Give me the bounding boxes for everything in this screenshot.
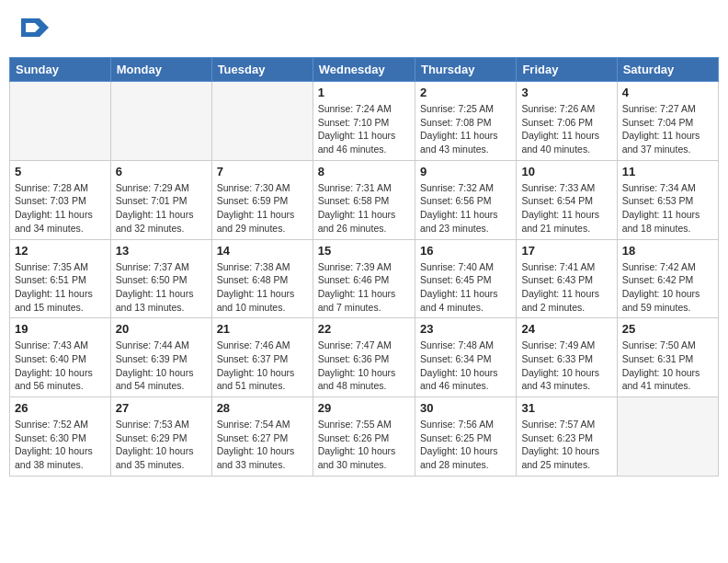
day-number: 13 <box>116 244 207 258</box>
calendar-cell: 3Sunrise: 7:26 AM Sunset: 7:06 PM Daylig… <box>517 82 617 161</box>
calendar-cell: 9Sunrise: 7:32 AM Sunset: 6:56 PM Daylig… <box>415 160 516 239</box>
day-info: Sunrise: 7:35 AM Sunset: 6:51 PM Dayligh… <box>15 260 106 315</box>
day-number: 19 <box>15 322 106 336</box>
day-number: 21 <box>217 322 308 336</box>
day-info: Sunrise: 7:44 AM Sunset: 6:39 PM Dayligh… <box>116 339 207 393</box>
day-info: Sunrise: 7:53 AM Sunset: 6:29 PM Dayligh… <box>116 418 207 472</box>
calendar-cell: 4Sunrise: 7:27 AM Sunset: 7:04 PM Daylig… <box>617 82 718 161</box>
day-number: 11 <box>622 165 713 178</box>
calendar-cell: 27Sunrise: 7:53 AM Sunset: 6:29 PM Dayli… <box>110 397 211 477</box>
calendar-week-row: 19Sunrise: 7:43 AM Sunset: 6:40 PM Dayli… <box>10 318 719 397</box>
day-info: Sunrise: 7:50 AM Sunset: 6:31 PM Dayligh… <box>622 339 713 393</box>
day-number: 1 <box>318 86 410 99</box>
day-number: 3 <box>521 86 611 99</box>
calendar-cell: 2Sunrise: 7:25 AM Sunset: 7:08 PM Daylig… <box>415 82 516 161</box>
day-number: 23 <box>420 322 511 336</box>
day-info: Sunrise: 7:52 AM Sunset: 6:30 PM Dayligh… <box>15 418 106 472</box>
day-info: Sunrise: 7:55 AM Sunset: 6:26 PM Dayligh… <box>318 418 410 472</box>
day-info: Sunrise: 7:39 AM Sunset: 6:46 PM Dayligh… <box>318 260 410 315</box>
day-number: 28 <box>217 401 308 415</box>
day-info: Sunrise: 7:37 AM Sunset: 6:50 PM Dayligh… <box>116 260 207 315</box>
day-info: Sunrise: 7:25 AM Sunset: 7:08 PM Dayligh… <box>420 102 511 156</box>
calendar-cell: 17Sunrise: 7:41 AM Sunset: 6:43 PM Dayli… <box>517 239 617 318</box>
day-number: 17 <box>521 244 611 258</box>
day-number: 18 <box>622 244 713 258</box>
day-info: Sunrise: 7:49 AM Sunset: 6:33 PM Dayligh… <box>521 339 611 393</box>
calendar-cell: 15Sunrise: 7:39 AM Sunset: 6:46 PM Dayli… <box>313 239 415 318</box>
day-number: 2 <box>420 86 511 99</box>
calendar-cell: 31Sunrise: 7:57 AM Sunset: 6:23 PM Dayli… <box>517 397 617 477</box>
day-number: 26 <box>15 401 106 415</box>
weekday-header-wednesday: Wednesday <box>313 58 415 82</box>
calendar-cell: 19Sunrise: 7:43 AM Sunset: 6:40 PM Dayli… <box>10 318 111 397</box>
calendar-cell: 10Sunrise: 7:33 AM Sunset: 6:54 PM Dayli… <box>517 160 617 239</box>
calendar-cell: 5Sunrise: 7:28 AM Sunset: 7:03 PM Daylig… <box>10 160 111 239</box>
calendar-cell: 14Sunrise: 7:38 AM Sunset: 6:48 PM Dayli… <box>211 239 313 318</box>
calendar-cell: 7Sunrise: 7:30 AM Sunset: 6:59 PM Daylig… <box>211 160 313 239</box>
weekday-header-friday: Friday <box>517 58 617 82</box>
day-number: 25 <box>622 322 713 336</box>
calendar-cell: 26Sunrise: 7:52 AM Sunset: 6:30 PM Dayli… <box>10 397 111 477</box>
calendar-cell: 11Sunrise: 7:34 AM Sunset: 6:53 PM Dayli… <box>617 160 718 239</box>
logo-icon <box>21 14 49 41</box>
day-info: Sunrise: 7:47 AM Sunset: 6:36 PM Dayligh… <box>318 339 410 393</box>
day-info: Sunrise: 7:43 AM Sunset: 6:40 PM Dayligh… <box>15 339 106 393</box>
calendar-cell <box>10 82 111 161</box>
weekday-header-monday: Monday <box>110 58 211 82</box>
day-info: Sunrise: 7:27 AM Sunset: 7:04 PM Dayligh… <box>622 102 713 156</box>
day-number: 15 <box>318 244 410 258</box>
calendar-cell <box>211 82 313 161</box>
calendar-cell: 8Sunrise: 7:31 AM Sunset: 6:58 PM Daylig… <box>313 160 415 239</box>
logo <box>18 14 49 45</box>
day-info: Sunrise: 7:30 AM Sunset: 6:59 PM Dayligh… <box>217 181 308 236</box>
day-number: 20 <box>116 322 207 336</box>
day-info: Sunrise: 7:24 AM Sunset: 7:10 PM Dayligh… <box>318 102 410 156</box>
day-number: 8 <box>318 165 410 178</box>
day-info: Sunrise: 7:32 AM Sunset: 6:56 PM Dayligh… <box>420 181 511 236</box>
calendar-cell: 21Sunrise: 7:46 AM Sunset: 6:37 PM Dayli… <box>211 318 313 397</box>
calendar-cell: 1Sunrise: 7:24 AM Sunset: 7:10 PM Daylig… <box>313 82 415 161</box>
day-info: Sunrise: 7:54 AM Sunset: 6:27 PM Dayligh… <box>217 418 308 472</box>
calendar-cell <box>110 82 211 161</box>
day-number: 16 <box>420 244 511 258</box>
weekday-header-tuesday: Tuesday <box>211 58 313 82</box>
day-info: Sunrise: 7:34 AM Sunset: 6:53 PM Dayligh… <box>622 181 713 236</box>
day-info: Sunrise: 7:28 AM Sunset: 7:03 PM Dayligh… <box>15 181 106 236</box>
day-info: Sunrise: 7:42 AM Sunset: 6:42 PM Dayligh… <box>622 260 713 315</box>
day-info: Sunrise: 7:56 AM Sunset: 6:25 PM Dayligh… <box>420 418 511 472</box>
day-info: Sunrise: 7:33 AM Sunset: 6:54 PM Dayligh… <box>521 181 611 236</box>
day-number: 10 <box>521 165 611 178</box>
day-info: Sunrise: 7:57 AM Sunset: 6:23 PM Dayligh… <box>521 418 611 472</box>
calendar-cell: 30Sunrise: 7:56 AM Sunset: 6:25 PM Dayli… <box>415 397 516 477</box>
calendar-cell <box>617 397 718 477</box>
calendar-cell: 25Sunrise: 7:50 AM Sunset: 6:31 PM Dayli… <box>617 318 718 397</box>
calendar-cell: 24Sunrise: 7:49 AM Sunset: 6:33 PM Dayli… <box>517 318 617 397</box>
day-number: 6 <box>116 165 207 178</box>
calendar-week-row: 12Sunrise: 7:35 AM Sunset: 6:51 PM Dayli… <box>10 239 719 318</box>
day-number: 4 <box>622 86 713 99</box>
weekday-header-thursday: Thursday <box>415 58 516 82</box>
page-header <box>9 9 719 50</box>
day-info: Sunrise: 7:41 AM Sunset: 6:43 PM Dayligh… <box>521 260 611 315</box>
calendar-week-row: 5Sunrise: 7:28 AM Sunset: 7:03 PM Daylig… <box>10 160 719 239</box>
calendar-cell: 6Sunrise: 7:29 AM Sunset: 7:01 PM Daylig… <box>110 160 211 239</box>
day-number: 12 <box>15 244 106 258</box>
calendar-cell: 28Sunrise: 7:54 AM Sunset: 6:27 PM Dayli… <box>211 397 313 477</box>
day-info: Sunrise: 7:38 AM Sunset: 6:48 PM Dayligh… <box>217 260 308 315</box>
day-info: Sunrise: 7:26 AM Sunset: 7:06 PM Dayligh… <box>521 102 611 156</box>
weekday-header-saturday: Saturday <box>617 58 718 82</box>
day-number: 30 <box>420 401 511 415</box>
calendar-cell: 13Sunrise: 7:37 AM Sunset: 6:50 PM Dayli… <box>110 239 211 318</box>
day-info: Sunrise: 7:48 AM Sunset: 6:34 PM Dayligh… <box>420 339 511 393</box>
calendar-cell: 18Sunrise: 7:42 AM Sunset: 6:42 PM Dayli… <box>617 239 718 318</box>
day-info: Sunrise: 7:31 AM Sunset: 6:58 PM Dayligh… <box>318 181 410 236</box>
calendar-cell: 12Sunrise: 7:35 AM Sunset: 6:51 PM Dayli… <box>10 239 111 318</box>
calendar-week-row: 26Sunrise: 7:52 AM Sunset: 6:30 PM Dayli… <box>10 397 719 477</box>
day-info: Sunrise: 7:29 AM Sunset: 7:01 PM Dayligh… <box>116 181 207 236</box>
day-number: 24 <box>521 322 611 336</box>
day-info: Sunrise: 7:40 AM Sunset: 6:45 PM Dayligh… <box>420 260 511 315</box>
day-number: 27 <box>116 401 207 415</box>
day-number: 22 <box>318 322 410 336</box>
calendar-cell: 23Sunrise: 7:48 AM Sunset: 6:34 PM Dayli… <box>415 318 516 397</box>
weekday-header-sunday: Sunday <box>10 58 111 82</box>
